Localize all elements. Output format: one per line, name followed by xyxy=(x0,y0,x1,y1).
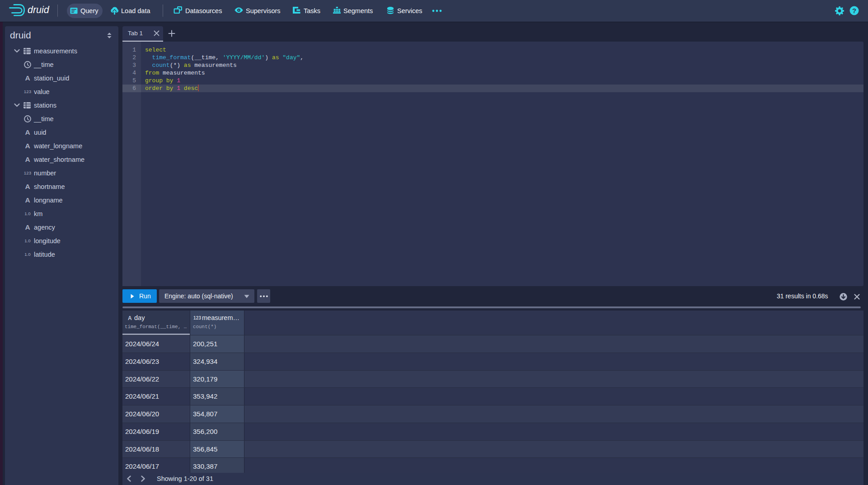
svg-text:?: ? xyxy=(852,7,856,14)
